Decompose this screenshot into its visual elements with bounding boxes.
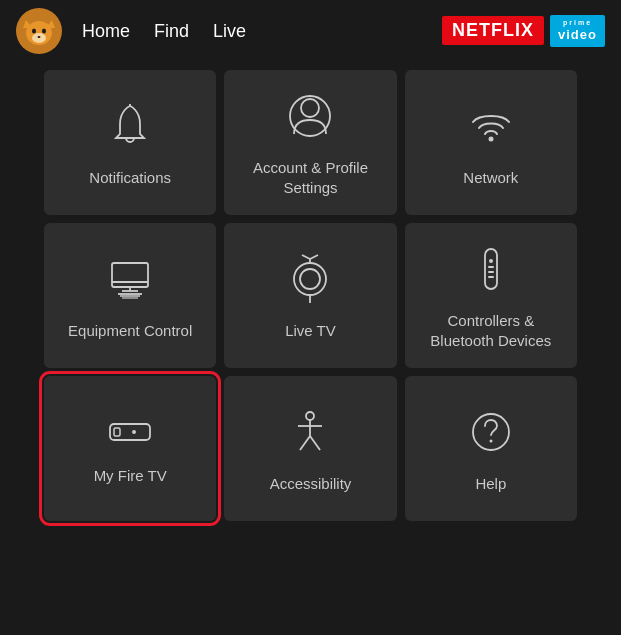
svg-point-8 <box>42 29 46 34</box>
svg-rect-32 <box>110 424 150 440</box>
network-label: Network <box>463 168 518 188</box>
svg-rect-29 <box>488 266 494 268</box>
svg-point-41 <box>489 439 492 442</box>
controllers-bluetooth-label: Controllers & Bluetooth Devices <box>415 311 567 350</box>
account-profile-label: Account & Profile Settings <box>234 158 386 197</box>
grid-item-help[interactable]: Help <box>405 376 577 521</box>
netflix-badge[interactable]: NETFLIX <box>442 16 544 45</box>
nav-links: Home Find Live <box>82 21 422 42</box>
svg-rect-14 <box>112 263 148 287</box>
prime-video-badge[interactable]: prime video <box>550 15 605 47</box>
prime-top-label: prime <box>558 19 597 27</box>
svg-rect-31 <box>488 276 494 278</box>
svg-point-13 <box>488 136 493 141</box>
accessibility-label: Accessibility <box>270 474 352 494</box>
svg-point-9 <box>38 36 41 38</box>
person-icon <box>284 90 336 146</box>
wifi-icon <box>465 100 517 156</box>
svg-point-35 <box>306 412 314 420</box>
svg-point-21 <box>300 269 320 289</box>
grid-item-equipment-control[interactable]: Equipment Control <box>44 223 216 368</box>
question-icon <box>465 406 517 462</box>
top-navigation: Home Find Live NETFLIX prime video <box>0 0 621 62</box>
svg-rect-27 <box>485 249 497 289</box>
grid-item-my-fire-tv[interactable]: My Fire TV <box>44 376 216 521</box>
svg-point-22 <box>294 263 326 295</box>
remote-icon <box>465 243 517 299</box>
bell-icon <box>104 100 156 156</box>
svg-point-11 <box>301 99 319 117</box>
svg-rect-33 <box>114 428 120 436</box>
grid-item-accessibility[interactable]: Accessibility <box>224 376 396 521</box>
grid-item-live-tv[interactable]: Live TV <box>224 223 396 368</box>
grid-item-account-profile[interactable]: Account & Profile Settings <box>224 70 396 215</box>
avatar[interactable] <box>16 8 62 54</box>
live-tv-label: Live TV <box>285 321 336 341</box>
help-label: Help <box>475 474 506 494</box>
nav-find[interactable]: Find <box>154 21 189 42</box>
svg-line-39 <box>310 436 320 450</box>
svg-point-34 <box>132 430 136 434</box>
antenna-icon <box>284 253 336 309</box>
my-fire-tv-label: My Fire TV <box>94 466 167 486</box>
nav-right-badges: NETFLIX prime video <box>442 15 605 47</box>
equipment-control-label: Equipment Control <box>68 321 192 341</box>
notifications-label: Notifications <box>89 168 171 188</box>
firestick-icon <box>104 414 156 454</box>
prime-bottom-label: video <box>558 27 597 43</box>
svg-line-25 <box>310 255 318 259</box>
nav-home[interactable]: Home <box>82 21 130 42</box>
person-accessibility-icon <box>284 406 336 462</box>
settings-grid: Notifications Account & Profile Settings… <box>0 62 621 529</box>
grid-item-controllers-bluetooth[interactable]: Controllers & Bluetooth Devices <box>405 223 577 368</box>
grid-item-network[interactable]: Network <box>405 70 577 215</box>
svg-point-28 <box>489 259 493 263</box>
svg-point-7 <box>32 29 36 34</box>
svg-line-38 <box>300 436 310 450</box>
monitor-icon <box>104 253 156 309</box>
svg-point-12 <box>290 96 330 136</box>
svg-line-24 <box>302 255 310 259</box>
svg-rect-30 <box>488 271 494 273</box>
grid-item-notifications[interactable]: Notifications <box>44 70 216 215</box>
nav-live[interactable]: Live <box>213 21 246 42</box>
